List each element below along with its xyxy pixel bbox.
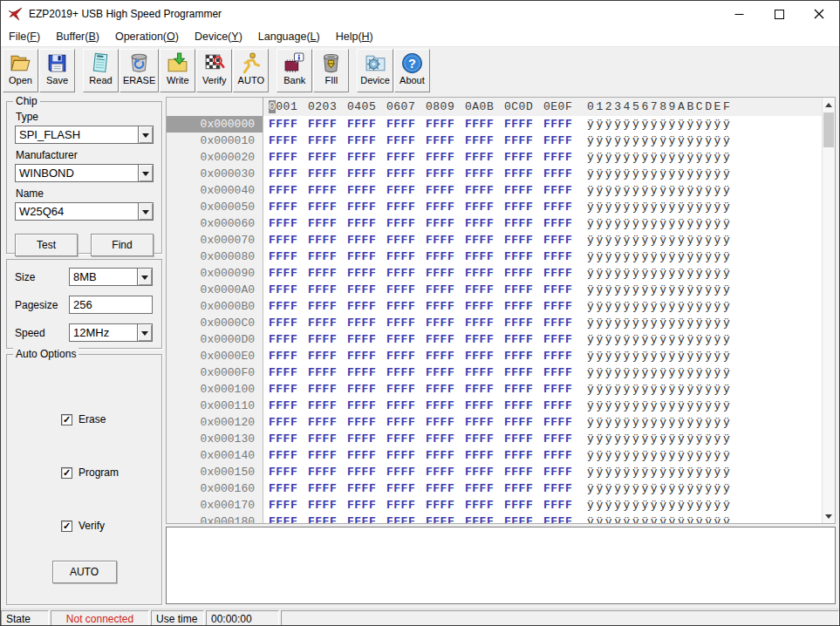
ascii-cell[interactable]: ÿÿÿÿÿÿÿÿÿÿÿÿÿÿÿÿ — [587, 383, 732, 396]
hex-word-cell[interactable]: FFFF — [504, 201, 535, 214]
hex-word-cell[interactable]: FFFF — [308, 482, 338, 495]
hex-word-cell[interactable]: FFFF — [465, 234, 495, 247]
hex-word-cell[interactable]: FFFF — [504, 449, 535, 462]
hex-word-cell[interactable]: FFFF — [426, 234, 456, 247]
scroll-down-icon[interactable] — [823, 509, 835, 523]
hex-word-cell[interactable]: FFFF — [543, 466, 574, 479]
ascii-cell[interactable]: ÿÿÿÿÿÿÿÿÿÿÿÿÿÿÿÿ — [587, 134, 732, 147]
hex-word-cell[interactable]: FFFF — [308, 366, 338, 379]
ascii-cell[interactable]: ÿÿÿÿÿÿÿÿÿÿÿÿÿÿÿÿ — [587, 300, 732, 313]
hex-word-cell[interactable]: FFFF — [269, 350, 299, 363]
hex-word-cell[interactable]: FFFF — [386, 399, 417, 412]
hex-word-cell[interactable]: FFFF — [426, 283, 456, 296]
hex-word-cell[interactable]: FFFF — [504, 267, 535, 280]
hex-word-cell[interactable]: FFFF — [426, 267, 456, 280]
hex-word-cell[interactable]: FFFF — [347, 316, 378, 330]
verify-checkbox[interactable]: ✓ — [61, 521, 72, 532]
hex-word-cell[interactable]: FFFF — [308, 416, 338, 429]
hex-word-cell[interactable]: FFFF — [347, 234, 378, 247]
auto-toolbar-button[interactable]: AUTO — [233, 49, 269, 92]
hex-word-cell[interactable]: FFFF — [426, 466, 456, 479]
hex-word-cell[interactable]: FFFF — [308, 333, 338, 346]
hex-word-cell[interactable]: FFFF — [504, 217, 535, 230]
menu-item-file[interactable]: File(F) — [1, 29, 48, 44]
hex-word-cell[interactable]: FFFF — [465, 399, 495, 412]
bank-toolbar-button[interactable]: Bank — [277, 49, 312, 92]
hex-word-cell[interactable]: FFFF — [269, 482, 299, 495]
hex-word-cell[interactable]: FFFF — [426, 432, 456, 446]
ascii-cell[interactable]: ÿÿÿÿÿÿÿÿÿÿÿÿÿÿÿÿ — [587, 482, 732, 495]
hex-word-cell[interactable]: FFFF — [543, 250, 574, 263]
hex-word-cell[interactable]: FFFF — [386, 366, 417, 379]
hex-word-cell[interactable]: FFFF — [347, 134, 378, 147]
hex-word-cell[interactable]: FFFF — [426, 134, 456, 147]
hex-word-cell[interactable]: FFFF — [269, 449, 299, 462]
hex-word-cell[interactable]: FFFF — [308, 316, 338, 330]
hex-word-cell[interactable]: FFFF — [543, 416, 574, 429]
hex-word-cell[interactable]: FFFF — [504, 134, 535, 147]
size-combobox[interactable]: 8MB — [69, 268, 153, 286]
hex-word-cell[interactable]: FFFF — [269, 217, 299, 230]
ascii-cell[interactable]: ÿÿÿÿÿÿÿÿÿÿÿÿÿÿÿÿ — [587, 217, 732, 230]
menu-item-language[interactable]: Language(L) — [250, 29, 328, 44]
hex-word-cell[interactable]: FFFF — [504, 167, 535, 180]
hex-word-cell[interactable]: FFFF — [308, 350, 338, 363]
ascii-cell[interactable]: ÿÿÿÿÿÿÿÿÿÿÿÿÿÿÿÿ — [587, 283, 732, 296]
ascii-cell[interactable]: ÿÿÿÿÿÿÿÿÿÿÿÿÿÿÿÿ — [587, 399, 732, 412]
hex-word-cell[interactable]: FFFF — [504, 333, 535, 346]
ascii-cell[interactable]: ÿÿÿÿÿÿÿÿÿÿÿÿÿÿÿÿ — [587, 151, 732, 164]
hex-word-cell[interactable]: FFFF — [426, 399, 456, 412]
chevron-down-icon[interactable] — [138, 203, 153, 220]
hex-word-cell[interactable]: FFFF — [386, 118, 417, 131]
hex-word-cell[interactable]: FFFF — [465, 217, 495, 230]
vertical-scrollbar[interactable] — [822, 98, 835, 523]
hex-word-cell[interactable]: FFFF — [269, 466, 299, 479]
hex-word-cell[interactable]: FFFF — [347, 399, 378, 412]
hex-word-cell[interactable]: FFFF — [465, 151, 495, 164]
chevron-down-icon[interactable] — [137, 269, 152, 285]
hex-word-cell[interactable]: FFFF — [347, 515, 378, 524]
hex-word-cell[interactable]: FFFF — [426, 300, 456, 313]
hex-word-cell[interactable]: FFFF — [465, 201, 495, 214]
hex-word-cell[interactable]: FFFF — [308, 134, 338, 147]
chip-manufacturer-combobox[interactable]: WINBOND — [15, 164, 154, 182]
ascii-cell[interactable]: ÿÿÿÿÿÿÿÿÿÿÿÿÿÿÿÿ — [587, 316, 732, 330]
hex-word-cell[interactable]: FFFF — [465, 300, 495, 313]
hex-word-cell[interactable]: FFFF — [386, 184, 417, 197]
hex-word-cell[interactable]: FFFF — [308, 250, 338, 263]
hex-word-cell[interactable]: FFFF — [543, 350, 574, 363]
hex-word-cell[interactable]: FFFF — [308, 466, 338, 479]
hex-word-cell[interactable]: FFFF — [308, 267, 338, 280]
read-toolbar-button[interactable]: Read — [83, 49, 119, 92]
program-checkbox[interactable]: ✓ — [61, 467, 72, 479]
hex-word-cell[interactable]: FFFF — [269, 184, 299, 197]
hex-word-cell[interactable]: FFFF — [543, 151, 574, 164]
hex-word-cell[interactable]: FFFF — [426, 167, 456, 180]
hex-word-cell[interactable]: FFFF — [504, 466, 535, 479]
hex-word-cell[interactable]: FFFF — [347, 366, 378, 379]
hex-word-cell[interactable]: FFFF — [504, 151, 535, 164]
hex-word-cell[interactable]: FFFF — [269, 499, 299, 512]
hex-word-cell[interactable]: FFFF — [347, 118, 378, 131]
hex-word-cell[interactable]: FFFF — [504, 316, 535, 330]
chip-name-combobox[interactable]: W25Q64 — [15, 202, 154, 221]
hex-word-cell[interactable]: FFFF — [504, 383, 535, 396]
ascii-cell[interactable]: ÿÿÿÿÿÿÿÿÿÿÿÿÿÿÿÿ — [587, 449, 732, 462]
ascii-cell[interactable]: ÿÿÿÿÿÿÿÿÿÿÿÿÿÿÿÿ — [587, 416, 732, 429]
hex-word-cell[interactable]: FFFF — [504, 250, 535, 263]
ascii-cell[interactable]: ÿÿÿÿÿÿÿÿÿÿÿÿÿÿÿÿ — [587, 499, 732, 512]
hex-word-cell[interactable]: FFFF — [426, 184, 456, 197]
hex-word-cell[interactable]: FFFF — [426, 416, 456, 429]
hex-word-cell[interactable]: FFFF — [426, 482, 456, 495]
hex-word-cell[interactable]: FFFF — [269, 300, 299, 313]
hex-word-cell[interactable]: FFFF — [386, 283, 417, 296]
hex-word-cell[interactable]: FFFF — [504, 399, 535, 412]
menu-item-operation[interactable]: Operation(O) — [107, 29, 187, 44]
hex-word-cell[interactable]: FFFF — [543, 482, 574, 495]
hex-word-cell[interactable]: FFFF — [504, 482, 535, 495]
hex-word-cell[interactable]: FFFF — [308, 118, 338, 131]
hex-word-cell[interactable]: FFFF — [426, 350, 456, 363]
hex-word-cell[interactable]: FFFF — [543, 234, 574, 247]
hex-word-cell[interactable]: FFFF — [504, 350, 535, 363]
ascii-cell[interactable]: ÿÿÿÿÿÿÿÿÿÿÿÿÿÿÿÿ — [587, 333, 732, 346]
